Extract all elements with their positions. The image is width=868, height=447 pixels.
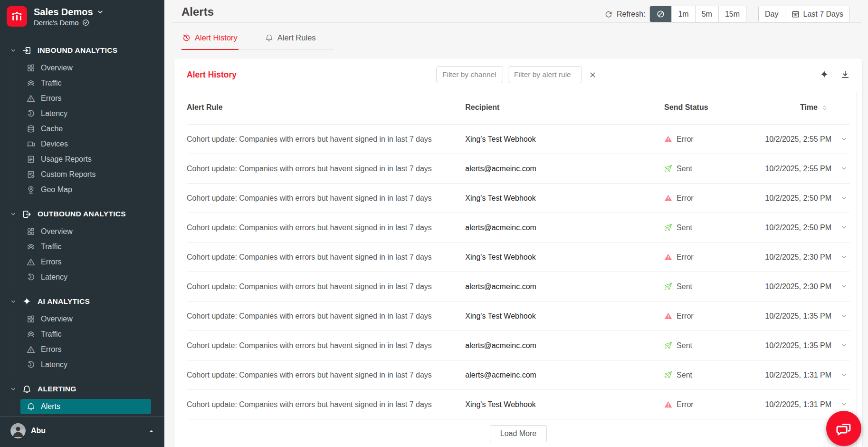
sidebar-item-latency[interactable]: Latency (20, 106, 151, 121)
expand-row-icon[interactable] (841, 313, 847, 319)
expand-row-icon[interactable] (841, 165, 847, 172)
column-header-label: Alert Rule (187, 103, 223, 111)
sidebar-section-outbound-analytics: OUTBOUND ANALYTICSOverviewTrafficErrorsL… (0, 205, 164, 289)
cell-send-status: Error (664, 135, 750, 144)
expand-row-icon[interactable] (841, 401, 847, 408)
sidebar-item-geo-map[interactable]: Geo Map (20, 182, 151, 197)
sent-icon (664, 282, 672, 291)
expand-row-icon[interactable] (841, 224, 847, 231)
user-menu[interactable]: Abu (0, 416, 164, 447)
sidebar-item-overview[interactable]: Overview (20, 60, 151, 76)
chevron-down-icon (10, 386, 16, 392)
cell-time: 10/2/2025, 2:30 PM (751, 282, 850, 291)
expand-row-icon[interactable] (841, 136, 847, 142)
devices-icon (27, 140, 35, 148)
status-label: Sent (677, 282, 692, 291)
clear-filters-icon[interactable] (589, 71, 596, 78)
sidebar-section-header-alerting[interactable]: ALERTING (0, 380, 164, 398)
table-row[interactable]: Cohort update: Companies with errors but… (187, 213, 850, 243)
sidebar-item-errors[interactable]: Errors (20, 254, 151, 270)
sidebar-section-header-outbound-analytics[interactable]: OUTBOUND ANALYTICS (0, 205, 164, 223)
sidebar-item-traffic[interactable]: Traffic (20, 327, 151, 342)
refresh-off-button[interactable] (650, 6, 671, 22)
cell-alert-rule: Cohort update: Companies with errors but… (187, 135, 465, 144)
cell-send-status: Sent (664, 371, 750, 379)
download-icon[interactable] (840, 70, 850, 79)
sidebar-item-devices[interactable]: Devices (20, 136, 151, 152)
sidebar-item-usage-reports[interactable]: Usage Reports (20, 152, 151, 167)
time-label: 10/2/2025, 2:50 PM (765, 224, 831, 232)
filter-channel-input[interactable] (436, 66, 503, 83)
sidebar-item-cache[interactable]: Cache (20, 121, 151, 136)
cell-send-status: Sent (664, 341, 750, 350)
sidebar-item-overview[interactable]: Overview (20, 311, 151, 327)
expand-row-icon[interactable] (841, 342, 847, 349)
cell-time: 10/2/2025, 2:55 PM (751, 135, 850, 144)
table-row[interactable]: Cohort update: Companies with errors but… (187, 360, 850, 390)
outbound-icon (22, 210, 31, 219)
workspace-title: Sales Demos (34, 7, 93, 18)
sort-icon[interactable] (822, 105, 827, 110)
status-label: Error (677, 253, 694, 262)
chevron-down-icon[interactable] (97, 9, 104, 15)
sidebar-item-custom-reports[interactable]: Custom Reports (20, 167, 151, 182)
sidebar-item-label: Errors (41, 94, 62, 103)
workspace-text: Sales Demos Derric's Demo (34, 7, 104, 27)
moesif-logo-icon (7, 6, 27, 27)
refresh-icon[interactable] (605, 10, 612, 18)
section-items: OverviewTrafficErrorsLatency (15, 310, 164, 377)
error-status-icon (664, 312, 672, 320)
day-button[interactable]: Day (759, 6, 784, 22)
chat-button[interactable] (826, 411, 861, 446)
sidebar-item-label: Geo Map (41, 185, 72, 194)
tab-alert-history[interactable]: Alert History (181, 28, 238, 49)
sidebar-section-header-inbound-analytics[interactable]: INBOUND ANALYTICS (0, 42, 164, 59)
table-row[interactable]: Cohort update: Companies with errors but… (187, 390, 850, 419)
sidebar-item-traffic[interactable]: Traffic (20, 76, 151, 91)
table-row[interactable]: Cohort update: Companies with errors but… (187, 272, 850, 301)
table-row[interactable]: Cohort update: Companies with errors but… (187, 243, 850, 272)
table-row[interactable]: Cohort update: Companies with errors but… (187, 154, 850, 184)
sidebar-item-label: Overview (41, 64, 73, 72)
expand-row-icon[interactable] (841, 283, 847, 290)
table-row[interactable]: Cohort update: Companies with errors but… (187, 331, 850, 360)
cell-recipient: Xing's Test Webhook (465, 194, 664, 203)
table-row[interactable]: Cohort update: Companies with errors but… (187, 184, 850, 213)
sidebar-item-label: Errors (41, 258, 62, 266)
traffic-icon (27, 330, 35, 339)
filter-alert-rule-input[interactable] (508, 66, 582, 83)
sidebar-item-latency[interactable]: Latency (20, 357, 151, 372)
cell-time: 10/2/2025, 2:30 PM (751, 253, 850, 262)
tab-alert-rules[interactable]: Alert Rules (264, 28, 317, 49)
caret-up-icon[interactable] (149, 428, 154, 434)
cell-send-status: Sent (664, 282, 750, 291)
section-items: Alerts (15, 398, 164, 416)
refresh-15m-button[interactable]: 15m (718, 6, 746, 22)
expand-row-icon[interactable] (841, 372, 847, 378)
table-row[interactable]: Cohort update: Companies with errors but… (187, 301, 850, 331)
load-more-button[interactable]: Load More (490, 425, 547, 442)
sidebar-item-errors[interactable]: Errors (20, 91, 151, 106)
expand-row-icon[interactable] (841, 254, 847, 260)
workspace-switcher[interactable]: Sales Demos Derric's Demo (0, 0, 164, 31)
table-row[interactable]: Cohort update: Companies with errors but… (187, 125, 850, 154)
sparkle-icon[interactable] (820, 70, 829, 79)
sidebar-item-errors[interactable]: Errors (20, 342, 151, 357)
time-label: 10/2/2025, 2:50 PM (765, 194, 831, 203)
sidebar-item-latency[interactable]: Latency (20, 270, 151, 285)
refresh-label: Refresh: (617, 10, 645, 19)
sidebar-section-header-ai-analytics[interactable]: AI ANALYTICS (0, 293, 164, 310)
sent-icon (664, 341, 672, 350)
geo-map-icon (27, 185, 35, 194)
cell-alert-rule: Cohort update: Companies with errors but… (187, 312, 465, 321)
refresh-5m-button[interactable]: 5m (695, 6, 718, 22)
sent-icon (664, 371, 672, 379)
refresh-1m-button[interactable]: 1m (671, 6, 695, 22)
expand-row-icon[interactable] (841, 195, 847, 201)
date-range-button[interactable]: Last 7 Days (785, 6, 849, 22)
sidebar-item-alerts[interactable]: Alerts (20, 399, 151, 414)
refresh-interval-group: 1m5m15m (649, 6, 746, 22)
panel-actions (820, 70, 850, 79)
sidebar-item-traffic[interactable]: Traffic (20, 239, 151, 254)
sidebar-item-overview[interactable]: Overview (20, 224, 151, 239)
